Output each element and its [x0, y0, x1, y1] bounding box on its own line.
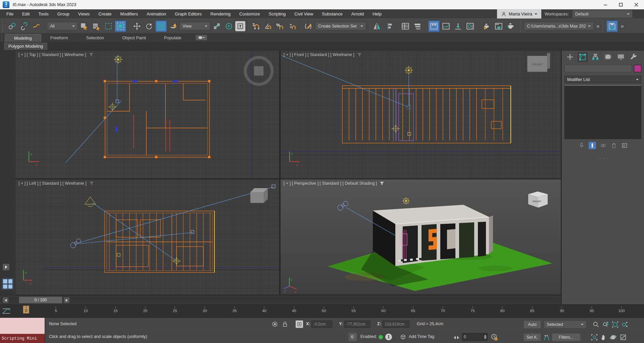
select-and-rotate-button[interactable] — [143, 20, 155, 32]
motion-tab-icon[interactable] — [602, 51, 614, 62]
render-setup-button[interactable] — [481, 20, 492, 32]
menu-item-graph-editors[interactable]: Graph Editors — [170, 10, 206, 18]
menu-item-civil-view[interactable]: Civil View — [290, 10, 317, 18]
ruler-tick-55[interactable]: 55 — [351, 306, 356, 313]
animation-shield-button[interactable] — [348, 333, 357, 341]
render-production-button[interactable] — [505, 20, 516, 32]
ruler-tick-80[interactable]: 80 — [500, 306, 505, 313]
minimize-button[interactable] — [598, 0, 613, 9]
menu-item-views[interactable]: Views — [74, 10, 94, 18]
ruler-tick-45[interactable]: 45 — [292, 306, 296, 313]
angle-snap-toggle-button[interactable] — [262, 20, 274, 32]
ruler-tick-25[interactable]: 25 — [173, 306, 177, 313]
ribbon-display-toggle[interactable] — [196, 35, 207, 40]
top-viewport-scene[interactable]: yx — [15, 51, 279, 178]
menu-item-create[interactable]: Create — [94, 10, 116, 18]
ruler-tick-90[interactable]: 90 — [560, 306, 564, 313]
modify-tab-icon[interactable] — [577, 51, 589, 62]
x-coordinate-field[interactable]: -0,0cm — [311, 320, 332, 328]
toggle-ribbon-button[interactable] — [428, 20, 440, 32]
menu-item-customize[interactable]: Customize — [235, 10, 264, 18]
remove-modifier-icon[interactable] — [610, 142, 617, 149]
ruler-tick-70[interactable]: 70 — [441, 306, 445, 313]
user-account-button[interactable]: Marta Vieira — [497, 9, 541, 18]
viewcube-front-label[interactable]: FRONT — [533, 200, 541, 203]
spinner-arrows-icon[interactable] — [484, 335, 487, 340]
create-tab-icon[interactable] — [564, 51, 576, 62]
set-key-button[interactable]: Set K. — [524, 333, 541, 341]
display-tab-icon[interactable] — [615, 51, 627, 62]
auto-key-button[interactable]: Auto — [524, 320, 541, 329]
next-frame-slider-button[interactable] — [64, 297, 69, 303]
panel-splitter[interactable] — [591, 160, 615, 160]
select-by-name-button[interactable] — [91, 20, 102, 32]
ruler-tick-95[interactable]: 95 — [590, 306, 594, 313]
reference-coordinate-system-dropdown[interactable]: View — [180, 22, 210, 30]
schematic-view-button[interactable] — [452, 20, 464, 32]
ribbon-tab-selection[interactable]: Selection — [77, 34, 113, 42]
close-button[interactable] — [629, 0, 644, 9]
viewport-filter-icon[interactable] — [89, 181, 94, 185]
time-slider-handle[interactable]: 0 / 100 — [19, 297, 62, 303]
ribbon-tab-modeling[interactable]: Modeling — [5, 34, 41, 42]
key-selection-dropdown[interactable]: Selected — [544, 320, 587, 329]
edit-named-selection-sets-button[interactable]: {} — [303, 20, 314, 32]
ruler-tick-15[interactable]: 15 — [113, 306, 118, 313]
viewport-filter-icon[interactable] — [357, 53, 362, 57]
ruler-tick-20[interactable]: 20 — [143, 306, 147, 313]
ribbon-tab-populate[interactable]: Populate — [155, 34, 190, 42]
ribbon-grip[interactable] — [1, 35, 4, 41]
scene-explorer-button[interactable] — [400, 20, 411, 32]
macro-recorder-pane[interactable] — [0, 318, 45, 334]
maximize-viewport-toggle-icon[interactable] — [619, 333, 628, 342]
select-object-button[interactable] — [79, 20, 90, 32]
named-selection-set-dropdown[interactable]: Create Selection Set — [315, 22, 366, 30]
key-mode-toggle-icon[interactable] — [542, 333, 551, 342]
viewport-top[interactable]: yx [ + ] [ Top ] [ Standard ] [ Wirefram… — [15, 51, 279, 178]
use-pivot-point-center-button[interactable] — [211, 20, 222, 32]
ribbon-tab-object-paint[interactable]: Object Paint — [113, 34, 155, 42]
viewcube-front-label[interactable]: FRONT — [532, 62, 543, 66]
menu-item-group[interactable]: Group — [53, 10, 74, 18]
ruler-tick-85[interactable]: 85 — [530, 306, 534, 313]
save-scene-button[interactable] — [606, 20, 618, 32]
toolbar-overflow-chevron[interactable]: » — [594, 23, 601, 30]
hierarchy-tab-icon[interactable] — [589, 51, 601, 62]
pan-hand-icon[interactable] — [599, 333, 608, 342]
ruler-tick-40[interactable]: 40 — [262, 306, 266, 313]
selection-lock-toggle-icon[interactable] — [281, 320, 289, 329]
select-and-scale-button[interactable] — [155, 20, 167, 32]
ruler-tick-50[interactable]: 50 — [322, 306, 326, 313]
ruler-tick-10[interactable]: 10 — [84, 306, 88, 313]
maxscript-mini-listener[interactable]: Scripting Mini — [0, 318, 45, 343]
viewport-perspective[interactable]: FRONT yxz [ + ] [ Perspective ] [ Standa… — [281, 179, 561, 295]
polygon-modeling-panel-button[interactable]: Polygon Modeling — [4, 43, 47, 50]
material-editor-button[interactable] — [464, 20, 476, 32]
project-folder-dropdown[interactable]: C:\Users\marta...s\3ds Max 202 — [524, 22, 594, 30]
toolbar-grip[interactable] — [602, 21, 605, 32]
viewport-label-perspective[interactable]: [ + ] [ Perspective ] [ Standard ] [ Def… — [284, 181, 377, 186]
zoom-extents-all-icon[interactable] — [620, 320, 629, 329]
ribbon-tab-freeform[interactable]: Freeform — [41, 34, 77, 42]
object-color-swatch[interactable] — [634, 65, 641, 72]
viewport-label-top[interactable]: [ + ] [ Top ] [ Standard ] [ Wireframe ] — [18, 52, 86, 57]
keyboard-shortcut-override-button[interactable] — [235, 21, 245, 31]
time-configuration-icon[interactable] — [490, 333, 499, 342]
menu-item-rendering[interactable]: Rendering — [206, 10, 235, 18]
selection-filter-dropdown[interactable]: All — [47, 22, 78, 30]
select-and-place-button[interactable] — [167, 20, 179, 32]
mini-listener-input[interactable]: Scripting Mini — [0, 334, 45, 343]
select-and-manipulate-button[interactable] — [223, 20, 235, 32]
menu-item-edit[interactable]: Edit — [18, 10, 34, 18]
current-frame-spinner[interactable]: 0 — [462, 333, 488, 341]
rectangular-selection-region-button[interactable] — [103, 20, 114, 32]
isolate-selection-toggle-icon[interactable] — [270, 320, 279, 329]
window-crossing-toggle-button[interactable] — [115, 20, 126, 32]
left-viewport-scene[interactable]: yx — [15, 179, 279, 295]
zoom-extents-selected-icon[interactable] — [611, 320, 620, 329]
absolute-offset-toggle-button[interactable] — [295, 320, 303, 328]
viewport-filter-icon[interactable] — [380, 181, 384, 185]
menu-item-tools[interactable]: Tools — [34, 10, 53, 18]
mirror-button[interactable] — [371, 20, 383, 32]
workspace-dropdown[interactable]: Default — [572, 10, 633, 18]
